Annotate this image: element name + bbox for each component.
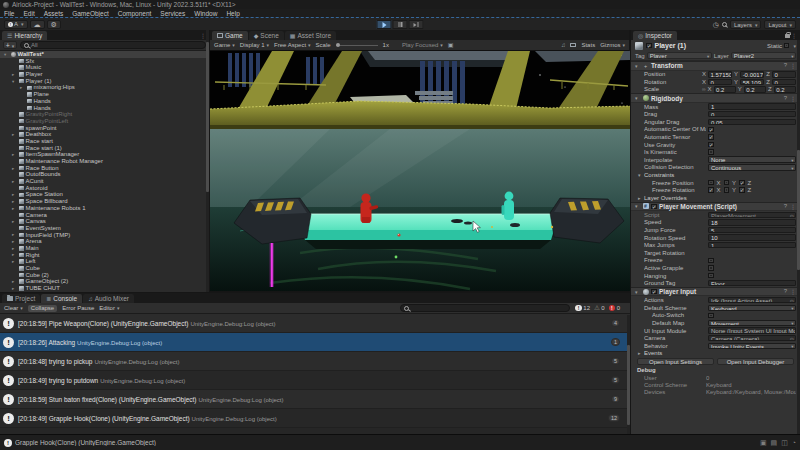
expand-arrow-icon[interactable]: [12, 206, 17, 211]
fullscreen-icon[interactable]: [570, 43, 576, 48]
play-button[interactable]: [377, 20, 392, 29]
component-menu-icon[interactable]: ⋮: [790, 203, 796, 210]
account-button[interactable]: !A: [4, 20, 28, 29]
hierarchy-item[interactable]: Arena: [0, 238, 209, 245]
hierarchy-item[interactable]: Right: [0, 252, 209, 259]
hierarchy-item[interactable]: Cube (2): [0, 272, 209, 279]
value-field[interactable]: Invoke Unity Events: [708, 343, 796, 350]
value-field[interactable]: 1: [708, 103, 796, 110]
tab-audio-mixer[interactable]: ♫Audio Mixer: [83, 294, 134, 303]
step-button[interactable]: [409, 20, 424, 29]
expand-arrow-icon[interactable]: [12, 239, 17, 244]
hierarchy-item[interactable]: Main: [0, 245, 209, 252]
freeze-y-checkbox[interactable]: [724, 180, 730, 186]
inspector-row[interactable]: Hanging: [631, 272, 800, 280]
hierarchy-item[interactable]: ItemSpawnManager: [0, 151, 209, 158]
game-view-dropdown[interactable]: Game: [214, 42, 235, 48]
hierarchy-item[interactable]: Race Button: [0, 165, 209, 172]
value-field[interactable]: Keyboard: [708, 305, 796, 312]
hierarchy-item[interactable]: GameObject (2): [0, 278, 209, 285]
console-scrollbar[interactable]: [627, 315, 630, 435]
freeze-z-checkbox[interactable]: [739, 180, 745, 186]
rotation-y-field[interactable]: 58.109: [740, 79, 764, 86]
rotation-x-field[interactable]: 0: [708, 79, 732, 86]
console-entry[interactable]: ! [20:18:26] Attacking UnityEngine.Debug…: [0, 333, 630, 352]
value-field[interactable]: 0: [708, 111, 796, 118]
checkbox[interactable]: [708, 134, 714, 140]
expand-arrow-icon[interactable]: [4, 52, 9, 57]
enabled-checkbox[interactable]: [651, 289, 657, 295]
undo-history-icon[interactable]: ◷: [713, 20, 719, 29]
expand-arrow-icon[interactable]: [12, 79, 17, 84]
cloud-button[interactable]: ☁: [30, 20, 45, 29]
player-input-header[interactable]: Player Input ?⋮: [631, 287, 800, 297]
tab-scene[interactable]: ◆Scene: [249, 31, 284, 40]
inspector-row[interactable]: Automatic Tensor X Y Z: [631, 133, 800, 141]
layers-dropdown[interactable]: Layers: [730, 20, 762, 29]
hierarchy-item[interactable]: Player: [0, 71, 209, 78]
hierarchy-item[interactable]: Hands: [0, 98, 209, 105]
checkbox[interactable]: [708, 149, 714, 155]
foldout-arrow-icon[interactable]: [635, 95, 640, 101]
console-entry[interactable]: ! [20:18:48] trying to pickup UnityEngin…: [0, 352, 630, 371]
editor-dropdown[interactable]: Editor: [99, 305, 119, 311]
inspector-row[interactable]: Automatic Center Of Mass X Y Z: [631, 126, 800, 134]
code-coverage-icon[interactable]: ▤: [771, 439, 778, 447]
status-bar[interactable]: ! Grapple Hook(Clone) (UnityEngine.GameO…: [0, 434, 800, 450]
checkbox[interactable]: [708, 313, 714, 319]
inspector-row[interactable]: Speed 18: [631, 219, 800, 227]
gameobject-name[interactable]: Player (1): [655, 42, 764, 49]
hierarchy-item[interactable]: Deathbox: [0, 131, 209, 138]
component-menu-icon[interactable]: ⋮: [790, 95, 796, 102]
hierarchy-item[interactable]: spawnPoint: [0, 125, 209, 132]
value-field[interactable]: PlayerMovement: [708, 212, 796, 219]
position-y-field[interactable]: -0.001706: [740, 71, 764, 78]
gizmos-dropdown[interactable]: Gizmos: [600, 42, 625, 48]
rotation-z-field[interactable]: 0: [772, 79, 796, 86]
expand-arrow-icon[interactable]: [12, 219, 17, 224]
scale-slider[interactable]: [336, 45, 378, 46]
tag-dropdown[interactable]: Player: [647, 52, 712, 59]
inspector-row[interactable]: UI Input Module None (Input System UI In…: [631, 327, 800, 335]
hierarchy-item[interactable]: Camera: [0, 212, 209, 219]
menu-item[interactable]: Window: [194, 10, 217, 17]
inspector-row[interactable]: Constraints X Y Z: [631, 171, 800, 179]
expand-arrow-icon[interactable]: [12, 199, 17, 204]
console-entry[interactable]: ! [20:18:59] Stun baton fixed(Clone) (Un…: [0, 390, 630, 409]
position-x-field[interactable]: 1.571504: [708, 71, 732, 78]
help-icon[interactable]: ?: [784, 95, 787, 102]
inspector-row[interactable]: Layer Overrides X Y Z: [631, 194, 800, 202]
expand-arrow-icon[interactable]: [12, 232, 17, 237]
hierarchy-item[interactable]: Sfx: [0, 58, 209, 65]
inspector-row[interactable]: Max Jumps 1: [631, 241, 800, 249]
freeze-y-checkbox[interactable]: [724, 187, 730, 193]
menu-item[interactable]: Edit: [23, 10, 34, 17]
console-search-input[interactable]: [400, 304, 570, 312]
expand-arrow-icon[interactable]: [12, 179, 17, 184]
inspector-row[interactable]: Angular Drag 0.05 X Y Z: [631, 118, 800, 126]
component-menu-icon[interactable]: ⋮: [790, 288, 796, 295]
help-icon[interactable]: ?: [784, 203, 787, 210]
menu-item[interactable]: Services: [160, 10, 185, 17]
inspector-row[interactable]: Rotation Speed 10: [631, 234, 800, 242]
position-z-field[interactable]: 0: [772, 71, 796, 78]
value-field[interactable]: Movement: [708, 320, 796, 327]
hierarchy-item[interactable]: GravityPointRight: [0, 111, 209, 118]
hierarchy-item[interactable]: Race start (1): [0, 145, 209, 152]
hierarchy-item[interactable]: Player (1): [0, 78, 209, 85]
active-checkbox[interactable]: [646, 43, 652, 49]
tab-console[interactable]: ≣Console: [41, 294, 82, 303]
hierarchy-scrollbar[interactable]: [206, 30, 209, 292]
hierarchy-item[interactable]: GravityPointLeft: [0, 118, 209, 125]
hierarchy-search-input[interactable]: All: [20, 41, 206, 49]
hierarchy-item[interactable]: Maintenance Robots 1: [0, 205, 209, 212]
pause-button[interactable]: [393, 20, 408, 29]
play-focused-dropdown[interactable]: Play Focused: [402, 42, 443, 48]
expand-arrow-icon[interactable]: [12, 132, 17, 137]
freeze-x-checkbox[interactable]: [708, 180, 714, 186]
hierarchy-item[interactable]: Hands: [0, 105, 209, 112]
collapse-toggle[interactable]: Collapse: [28, 305, 57, 312]
help-icon[interactable]: ?: [784, 288, 787, 295]
inspector-row[interactable]: Interpolate None X Y Z: [631, 156, 800, 164]
value-field[interactable]: 1: [708, 242, 796, 249]
